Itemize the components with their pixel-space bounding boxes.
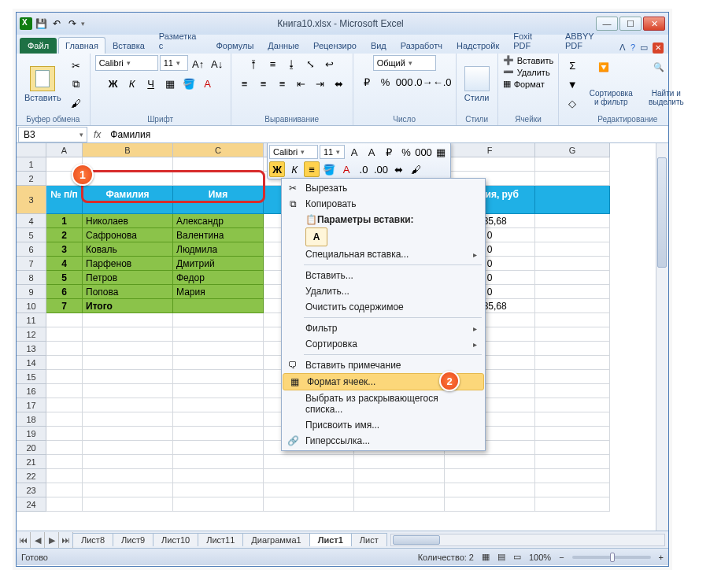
cell[interactable]: 4 [46, 257, 83, 271]
mini-bold-button[interactable]: Ж [269, 161, 285, 177]
row-header[interactable]: 2 [17, 172, 46, 186]
cell[interactable]: № п/п [46, 186, 83, 214]
col-G[interactable]: G [535, 143, 610, 157]
inc-dec-icon[interactable]: .0→ [415, 73, 432, 91]
cell[interactable] [46, 398, 83, 412]
col-A[interactable]: A [46, 143, 83, 157]
worksheet-grid[interactable]: A B C D E F G 123№ п/пФамилияИмяСумма за… [17, 143, 668, 531]
select-all-corner[interactable] [17, 143, 46, 157]
row-header[interactable]: 19 [17, 427, 46, 441]
format-painter-icon[interactable]: 🖌 [68, 94, 85, 112]
row-header[interactable]: 23 [17, 483, 46, 497]
fill-icon[interactable]: ▼ [564, 76, 581, 93]
col-B[interactable]: B [83, 143, 173, 157]
tab-data[interactable]: Данные [261, 37, 306, 54]
cell[interactable] [46, 427, 83, 441]
cell[interactable]: Парфенов [83, 257, 173, 271]
row-header[interactable]: 12 [17, 327, 46, 342]
cell[interactable]: Итого [83, 299, 173, 313]
align-right-icon[interactable]: ≡ [274, 75, 291, 92]
cell[interactable] [445, 497, 535, 512]
cell[interactable]: Имя [173, 186, 264, 214]
scrollbar-thumb[interactable] [393, 535, 440, 545]
cell[interactable] [445, 469, 535, 483]
cell[interactable] [445, 157, 535, 172]
paste-button[interactable]: Вставить [21, 65, 65, 104]
currency-icon[interactable]: ₽ [358, 73, 375, 91]
cell[interactable] [46, 327, 83, 342]
row-header[interactable]: 18 [17, 412, 46, 427]
qat-customize-icon[interactable]: ▾ [81, 20, 85, 28]
italic-button[interactable]: К [124, 75, 141, 92]
cell[interactable]: Коваль [83, 242, 173, 257]
ctx-name[interactable]: Присвоить имя... [282, 417, 485, 433]
row-header[interactable]: 9 [17, 285, 46, 299]
cell[interactable] [173, 469, 264, 483]
autosum-icon[interactable]: Σ [564, 57, 581, 74]
cell[interactable] [173, 398, 264, 412]
row-header[interactable]: 17 [17, 398, 46, 412]
cell[interactable]: Николаев [83, 214, 173, 228]
sheet-first-icon[interactable]: ⏮ [17, 532, 31, 548]
cell[interactable] [535, 285, 610, 299]
formula-input[interactable]: Фамилия [105, 129, 668, 140]
row-header[interactable]: 1 [17, 157, 46, 172]
row-header[interactable]: 7 [17, 257, 46, 271]
cell[interactable] [535, 398, 610, 412]
qat-undo[interactable]: ↶ [50, 17, 64, 31]
sheet-next-icon[interactable]: ▶ [45, 532, 59, 548]
tab-formulas[interactable]: Формулы [209, 37, 261, 54]
cell[interactable]: Мария [173, 285, 264, 299]
cell[interactable] [83, 342, 173, 356]
cell[interactable] [535, 186, 610, 214]
row-header[interactable]: 10 [17, 299, 46, 313]
zoom-out-icon[interactable]: − [559, 553, 564, 562]
tab-dev[interactable]: Разработч [394, 37, 449, 54]
cell[interactable]: Александр [173, 214, 264, 228]
row-header[interactable]: 11 [17, 313, 46, 327]
cell[interactable] [173, 356, 264, 370]
cell[interactable]: 6 [46, 285, 83, 299]
underline-button[interactable]: Ч [142, 75, 160, 92]
cell[interactable] [535, 483, 610, 497]
zoom-in-icon[interactable]: + [659, 553, 664, 562]
cell[interactable]: Людмила [173, 242, 264, 257]
tab-layout[interactable]: Разметка с [152, 28, 209, 54]
indent-dec-icon[interactable]: ⇤ [293, 75, 310, 92]
ctx-cut[interactable]: ✂Вырезать [282, 180, 485, 196]
cell[interactable] [535, 172, 610, 186]
maximize-button[interactable]: ☐ [619, 17, 642, 31]
ctx-delete[interactable]: Удалить... [282, 283, 485, 299]
mini-decdec-icon[interactable]: .00 [373, 161, 389, 177]
cells-format[interactable]: ▦Формат [503, 79, 545, 89]
cell[interactable] [173, 342, 264, 356]
tab-view[interactable]: Вид [364, 37, 394, 54]
decrease-font-icon[interactable]: A↓ [209, 55, 226, 72]
cell[interactable]: Фамилия [83, 186, 173, 214]
row-header[interactable]: 15 [17, 370, 46, 384]
row-header[interactable]: 3 [17, 186, 46, 214]
cut-icon[interactable]: ✂ [68, 57, 85, 74]
cell[interactable] [264, 455, 354, 469]
align-mid-icon[interactable]: ≡ [264, 55, 282, 72]
row-header[interactable]: 14 [17, 356, 46, 370]
row-header[interactable]: 20 [17, 441, 46, 455]
ctx-comment[interactable]: 🗨Вставить примечание [282, 357, 485, 373]
wrap-icon[interactable]: ↩ [321, 55, 338, 72]
cell[interactable]: 5 [46, 271, 83, 285]
row-header[interactable]: 16 [17, 384, 46, 398]
cell[interactable] [535, 313, 610, 327]
cell[interactable] [83, 455, 173, 469]
mini-shrink-icon[interactable]: A [364, 144, 379, 160]
minimize-ribbon-icon[interactable]: ᐱ [619, 43, 626, 54]
sheet-tab[interactable]: Лист9 [113, 533, 153, 546]
cell[interactable]: Федор [173, 271, 264, 285]
align-bot-icon[interactable]: ⭳ [283, 55, 301, 72]
ctx-clear[interactable]: Очистить содержимое [282, 299, 485, 315]
font-color-icon[interactable]: A [199, 75, 216, 92]
sheet-tab[interactable]: Лист11 [198, 533, 243, 546]
cell[interactable] [535, 157, 610, 172]
mini-fontcolor-icon[interactable]: A [338, 161, 354, 177]
cell[interactable] [445, 483, 535, 497]
cell[interactable] [535, 370, 610, 384]
